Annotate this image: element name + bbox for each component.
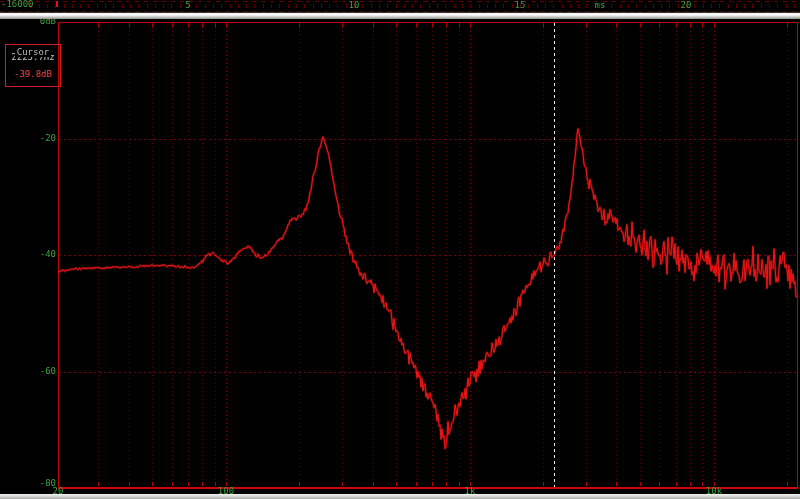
db-tick-label: -60 [0,367,56,376]
cursor-level-value: -39.8dB [7,69,59,79]
time-tick-label: 20 [669,1,703,10]
db-tick-label: -20 [0,134,56,143]
horizontal-splitter-bottom[interactable] [0,494,800,499]
time-tick-label: 5 [171,1,205,10]
horizontal-splitter-top[interactable] [0,12,800,19]
analyzer-window: -16000 5101520ms0dB-20-40-60-80201001k10… [0,0,800,499]
time-tick-label: 10 [337,1,371,10]
time-tick-label: 15 [503,1,537,10]
cursor-readout-title: Cursor [6,40,60,59]
frequency-cursor-line[interactable] [554,23,555,487]
time-unit-label: ms [583,1,617,10]
cursor-readout-panel: Cursor 2223.7Hz -39.8dB [5,44,61,87]
amplitude-scale-label: -16000 [1,0,34,9]
db-tick-label: -40 [0,250,56,259]
spectrum-plot[interactable] [0,0,800,499]
